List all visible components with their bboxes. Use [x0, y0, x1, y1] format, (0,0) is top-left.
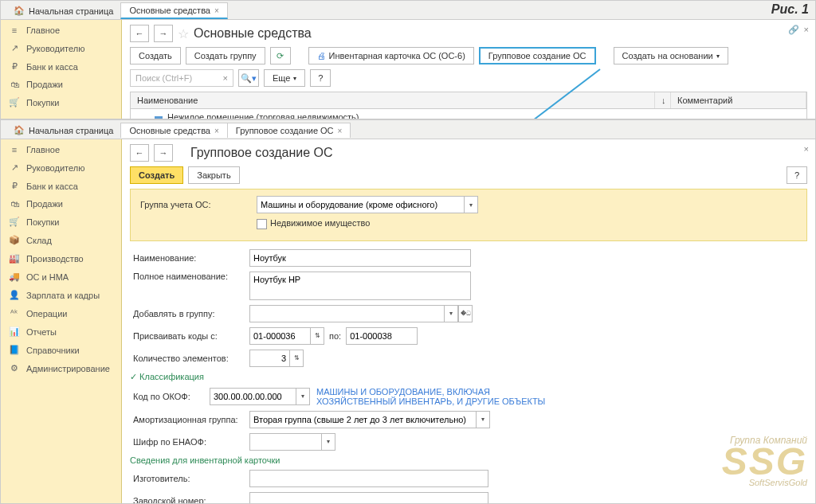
enaof-select[interactable]: ▾ [249, 433, 335, 451]
sidebar-item[interactable]: ᴬᵏОперации [1, 304, 121, 322]
nav-back[interactable]: ← [130, 25, 149, 42]
sidebar-item[interactable]: ≡Главное [1, 21, 121, 39]
tab-os-bot[interactable]: Основные средства × [120, 123, 227, 138]
create-button[interactable]: Создать [130, 47, 181, 64]
nav-icon: ᴬᵏ [9, 308, 20, 318]
close-icon[interactable]: × [214, 6, 219, 15]
create-group-button[interactable]: Создать группу [186, 47, 265, 64]
sidebar-item[interactable]: ₽Банк и касса [1, 57, 121, 76]
search-input[interactable]: Поиск (Ctrl+F)× [130, 69, 233, 87]
serial-input[interactable] [249, 492, 488, 503]
close-button[interactable]: Закрыть [188, 166, 239, 184]
fullname-input[interactable] [249, 272, 471, 300]
nav-fwd[interactable]: → [154, 144, 173, 162]
nav-icon: 🛒 [9, 217, 20, 227]
sidebar-item[interactable]: 🛒Покупки [1, 93, 121, 111]
create-on-basis-button[interactable]: Создать на основании ▾ [614, 47, 728, 64]
create-button[interactable]: Создать [130, 166, 183, 184]
nav-icon: 🚚 [9, 272, 20, 282]
group-select[interactable]: ▾ [257, 196, 478, 213]
nav-icon: ↗ [9, 43, 20, 53]
nav-icon: ₽ [9, 61, 20, 72]
sidebar-item[interactable]: ⚙Администрирование [1, 359, 121, 377]
group-create-os-button[interactable]: Групповое создание ОС [479, 47, 596, 64]
nav-icon: 👤 [9, 290, 20, 300]
tab-os-top[interactable]: Основные средства × [120, 2, 227, 19]
nav-icon: ≡ [9, 25, 20, 35]
sidebar-item[interactable]: 📊Отчеты [1, 322, 121, 341]
sidebar-item[interactable]: 🏭Производство [1, 249, 121, 268]
page-title: Групповое создание ОС [190, 146, 333, 160]
sidebar-item[interactable]: ↗Руководителю [1, 39, 121, 57]
more-button[interactable]: Еще ▾ [264, 69, 305, 87]
sidebar-item[interactable]: 👤Зарплата и кадры [1, 286, 121, 304]
figure-label: Рис. 1 [771, 2, 809, 17]
star-icon[interactable]: ☆ [178, 26, 189, 41]
nav-icon: ₽ [9, 181, 20, 191]
tab-home-top[interactable]: 🏠 Начальная страница [6, 3, 121, 18]
sidebar-bot: ≡Главное↗Руководителю₽Банк и касса🛍Прода… [1, 139, 122, 503]
count-input[interactable]: ⇅ [249, 350, 304, 367]
inv-card-heading: Сведения для инвентарной карточки [130, 455, 280, 465]
classification-link[interactable]: ✓ Классификация [130, 372, 204, 382]
nav-icon: ≡ [9, 145, 20, 154]
sort-indicator[interactable]: ↓ [655, 92, 671, 108]
link-icon[interactable]: 🔗 [788, 25, 799, 35]
os-grid: Наименование ↓ Комментарий Нежилое помещ… [130, 92, 807, 119]
code-from-input[interactable]: ⇅ [249, 327, 324, 345]
sidebar-item[interactable]: 🛍Продажи [1, 195, 121, 213]
col-comment[interactable]: Комментарий [671, 92, 806, 108]
watermark: Группа Компаний SSG SoftServisGold [722, 435, 807, 487]
tab-group-create[interactable]: Групповое создание ОС × [227, 123, 351, 138]
sidebar-item[interactable]: 📦Склад [1, 231, 121, 249]
amort-select[interactable]: ▾ [249, 411, 490, 428]
nav-icon: ↗ [9, 162, 20, 173]
inv-card-button[interactable]: 🖨Инвентарная карточка ОС (ОС-6) [308, 47, 474, 64]
maker-input[interactable] [249, 470, 488, 487]
help-button[interactable]: ? [787, 166, 807, 184]
close-icon[interactable]: × [804, 25, 809, 35]
sidebar-item[interactable]: 🛍Продажи [1, 76, 121, 93]
page-title: Основные средства [194, 26, 312, 41]
addgroup-select[interactable]: ▾�ධ [249, 305, 473, 322]
search-button[interactable]: 🔍▾ [238, 69, 259, 87]
nav-icon: 📘 [9, 345, 20, 355]
okof-select[interactable]: ▾ [210, 388, 310, 405]
sidebar-item[interactable]: 📘Справочники [1, 341, 121, 359]
sidebar-item[interactable]: ↗Руководителю [1, 158, 121, 177]
sidebar-top: ≡Главное↗Руководителю₽Банк и касса🛍Прода… [1, 20, 122, 119]
nav-fwd[interactable]: → [154, 25, 173, 42]
help-button[interactable]: ? [310, 69, 331, 87]
sidebar-item[interactable]: ₽Банк и касса [1, 177, 121, 195]
code-to-input[interactable] [346, 327, 418, 345]
name-input[interactable] [249, 249, 471, 267]
nav-icon: 📦 [9, 235, 20, 245]
nav-icon: ⚙ [9, 363, 20, 373]
okof-desc: МАШИНЫ И ОБОРУДОВАНИЕ, ВКЛЮЧАЯ ХОЗЯЙСТВЕ… [316, 387, 571, 406]
sidebar-item[interactable]: 🚚ОС и НМА [1, 268, 121, 286]
nav-icon: 📊 [9, 326, 20, 337]
close-icon[interactable]: × [804, 144, 809, 154]
refresh-button[interactable]: ⟳ [270, 47, 291, 64]
nav-icon: 🛒 [9, 97, 20, 107]
realestate-checkbox[interactable]: Недвижимое имущество [257, 218, 370, 229]
col-name[interactable]: Наименование [131, 92, 655, 108]
tab-home-bot[interactable]: 🏠 Начальная страница [6, 123, 121, 138]
nav-icon: 🛍 [9, 80, 20, 89]
nav-icon: 🛍 [9, 199, 20, 209]
nav-icon: 🏭 [9, 253, 20, 264]
sidebar-item[interactable]: 🛒Покупки [1, 213, 121, 231]
sidebar-item[interactable]: ≡Главное [1, 141, 121, 158]
item-icon [155, 116, 163, 119]
nav-back[interactable]: ← [130, 144, 149, 162]
group-label: Группа учета ОС: [137, 200, 257, 209]
table-row[interactable]: Нежилое помещение (торговая недвижимость… [131, 109, 806, 119]
